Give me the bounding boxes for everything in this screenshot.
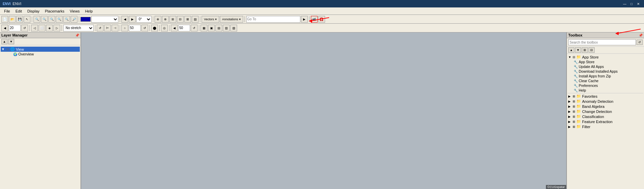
tb2-refresh1[interactable]: ↺: [21, 25, 28, 31]
nav-btn5[interactable]: ⊠: [184, 16, 191, 23]
nav-btn1[interactable]: ⊕: [155, 16, 161, 23]
tb2-img2[interactable]: ▣: [208, 25, 215, 31]
tb2-btn6[interactable]: ⊢: [104, 25, 111, 31]
titlebar-left: ENVI ENVI: [3, 2, 21, 6]
new-button[interactable]: 📄: [1, 16, 8, 23]
toolbox-expand-btn[interactable]: ⊞: [582, 47, 588, 53]
toolbox-item-updateapps[interactable]: 🔧 Update All Apps: [568, 64, 643, 69]
record-btn[interactable]: 📹: [311, 16, 318, 23]
tb2-img4[interactable]: ▥: [223, 25, 230, 31]
tree-item-view[interactable]: ▼ ⊟ 🌐 View: [1, 47, 80, 52]
toolbox-folder-bandalgebra[interactable]: ▶ ⊞ 📁 Band Algebra: [568, 104, 643, 109]
maximize-button[interactable]: □: [628, 1, 635, 7]
toolbox-item-downloadapps[interactable]: 🔧 Download Installed Apps: [568, 69, 643, 74]
goto-btn[interactable]: ▶: [301, 16, 308, 23]
menu-file[interactable]: File: [1, 8, 13, 14]
tb2-img3[interactable]: ▤: [215, 25, 222, 31]
tb2-btn9[interactable]: ◀: [171, 25, 178, 31]
toolbox-folder-appstore[interactable]: ▼ ⊟ 📁 App Store: [568, 54, 643, 60]
tree-expand-view: ▼: [1, 47, 5, 51]
tb2-btn5[interactable]: ▷: [53, 25, 60, 31]
tb2-btn8[interactable]: ⬤: [151, 25, 158, 31]
tb2-btn2[interactable]: ◁: [31, 25, 38, 31]
toolbox-folder-classification[interactable]: ▶ ⊞ 📁 Classification: [568, 114, 643, 119]
zoom-btn6[interactable]: 🔎: [71, 16, 77, 23]
value-input3[interactable]: [178, 25, 190, 31]
anomaly-folder-icon: 📁: [576, 99, 581, 103]
open-button[interactable]: 📂: [9, 16, 16, 23]
tree-item-overview[interactable]: 🌍 Overview: [1, 52, 80, 56]
filter-folder-icon: 📁: [576, 124, 581, 129]
menu-views[interactable]: Views: [67, 8, 82, 14]
toolbox-folder-changedetect[interactable]: ▶ ⊞ 📁 Change Detection: [568, 109, 643, 114]
menu-display[interactable]: Display: [25, 8, 42, 14]
tb2-img5[interactable]: ▧: [230, 25, 237, 31]
tb2-refresh2[interactable]: ↺: [97, 25, 104, 31]
tb2-circle2[interactable]: ◎: [161, 25, 168, 31]
toolbox-up-btn[interactable]: ▲: [568, 47, 574, 53]
pan-btn[interactable]: ◀: [121, 16, 128, 23]
toolbox-folder-filter[interactable]: ▶ ⊞ 📁 Filter: [568, 124, 643, 129]
layer-down-btn[interactable]: ▼: [8, 39, 14, 44]
menu-placemarks[interactable]: Placemarks: [42, 8, 67, 14]
user-btn[interactable]: Ω: [318, 16, 325, 23]
close-button[interactable]: ✕: [635, 1, 641, 7]
zoom-btn5[interactable]: 🔍: [63, 16, 70, 23]
pan-btn2[interactable]: ▶: [129, 16, 136, 23]
vectors-btn[interactable]: Vectors ▾: [202, 16, 219, 23]
nav-btn2[interactable]: ⊗: [162, 16, 169, 23]
tb2-btn4[interactable]: ◈: [46, 25, 53, 31]
color-box[interactable]: [80, 17, 91, 22]
tb2-circle[interactable]: ○: [121, 25, 128, 31]
toolbox-refresh-btn[interactable]: ↺: [637, 40, 643, 45]
tb2-img1[interactable]: ▦: [201, 25, 207, 31]
item-label-clearcache: Clear Cache: [579, 79, 598, 83]
toolbox-item-installzip[interactable]: 🔧 Install Apps from Zip: [568, 74, 643, 78]
tb2-btn1[interactable]: ◀: [1, 25, 8, 31]
toolbox-folder-favorites[interactable]: ▶ ⊞ 📁 Favorites: [568, 94, 643, 99]
pointer-button[interactable]: ↖: [24, 16, 30, 23]
nav-btn4[interactable]: ⊟: [177, 16, 184, 23]
toolbox-folder-anomaly[interactable]: ▶ ⊞ 📁 Anomaly Detection: [568, 99, 643, 104]
menu-edit[interactable]: Edit: [13, 8, 25, 14]
view-area[interactable]: ©CUGspatar: [81, 32, 566, 189]
toolbox-item-clearcache[interactable]: 🔧 Clear Cache: [568, 78, 643, 83]
toolbox-item-appstore[interactable]: 🔧 App Store: [568, 60, 643, 64]
nav-btn6[interactable]: ▤: [192, 16, 199, 23]
toolbox-down-btn[interactable]: ▼: [575, 47, 581, 53]
toolbox-item-preferences[interactable]: 🔧 Preferences: [568, 83, 643, 88]
minimize-button[interactable]: —: [622, 1, 628, 7]
tb2-btn3[interactable]: ⬜: [39, 25, 45, 31]
value-input2[interactable]: [129, 25, 141, 31]
zoom-btn2[interactable]: 🔍: [41, 16, 48, 23]
toolbox-search-input[interactable]: [568, 39, 636, 45]
angle-select[interactable]: 0°: [136, 16, 152, 23]
zoom-btn4[interactable]: 🔍: [56, 16, 63, 23]
appstore-folder-icon: 📁: [576, 55, 581, 59]
sep7: [309, 16, 309, 22]
color-select[interactable]: [91, 16, 118, 23]
layer-up-btn[interactable]: ▲: [1, 39, 7, 44]
tb2-refresh3[interactable]: ↺: [141, 25, 148, 31]
stretch-select[interactable]: No stretch: [63, 25, 94, 31]
sep15: [199, 25, 199, 31]
goto-input[interactable]: [246, 16, 300, 23]
nav-btn3[interactable]: ⊞: [169, 16, 176, 23]
changedetect-folder-icon: 📁: [576, 109, 581, 114]
toolbox-pin[interactable]: 📌: [639, 33, 643, 37]
filter-expand2-icon: ⊞: [573, 125, 575, 128]
value-input1[interactable]: [9, 25, 21, 31]
save-button[interactable]: 💾: [16, 16, 23, 23]
zoom-btn1[interactable]: 🔍: [33, 16, 40, 23]
tb2-refresh4[interactable]: ↺: [191, 25, 198, 31]
zoom-btn3[interactable]: 🔍: [48, 16, 55, 23]
layer-panel-pin[interactable]: 📌: [75, 33, 79, 37]
annotations-btn[interactable]: Annotations ▾: [220, 16, 243, 23]
tb2-btn7[interactable]: ⊣: [112, 25, 118, 31]
toolbox-item-help[interactable]: 🔧 Help: [568, 88, 643, 93]
toolbox-folder-featureextract[interactable]: ▶ ⊞ 📁 Feature Extraction: [568, 119, 643, 124]
anomaly-expand2-icon: ⊞: [573, 100, 575, 103]
sep5: [200, 16, 200, 22]
toolbox-collapse-btn[interactable]: ⊟: [589, 47, 595, 53]
menu-help[interactable]: Help: [82, 8, 95, 14]
